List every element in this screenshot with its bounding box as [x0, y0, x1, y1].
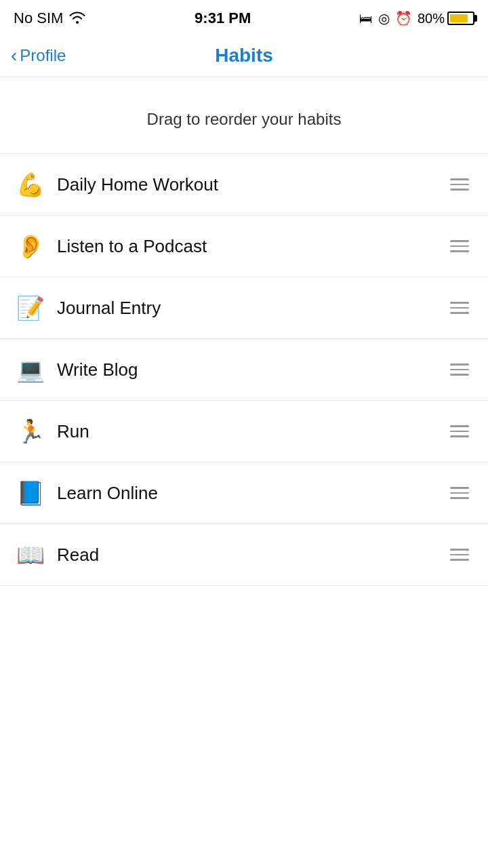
drag-line-2	[450, 554, 469, 556]
no-sim-label: No SIM	[14, 9, 63, 27]
habit-item[interactable]: 📘 Learn Online	[0, 462, 488, 524]
status-left: No SIM	[14, 9, 86, 27]
habit-left: 📘 Learn Online	[16, 481, 158, 505]
habit-name: Listen to a Podcast	[57, 236, 207, 257]
habit-item[interactable]: 📝 Journal Entry	[0, 277, 488, 339]
drag-line-3	[450, 559, 469, 561]
habit-item[interactable]: 🏃 Run	[0, 401, 488, 462]
habit-name: Journal Entry	[57, 298, 161, 319]
habit-item[interactable]: 👂 Listen to a Podcast	[0, 216, 488, 277]
battery-icon	[447, 12, 474, 25]
back-button[interactable]: ‹ Profile	[11, 46, 66, 65]
drag-line-3	[450, 497, 469, 499]
habit-left: 📖 Read	[16, 543, 99, 566]
habit-emoji: 💪	[16, 173, 45, 196]
chevron-left-icon: ‹	[11, 46, 17, 65]
drag-line-1	[450, 302, 469, 304]
habit-left: 📝 Journal Entry	[16, 296, 161, 319]
drag-line-1	[450, 549, 469, 551]
battery-percent: 80%	[418, 11, 445, 26]
drag-line-2	[450, 369, 469, 371]
status-bar: No SIM 9:31 PM 🛏 ◎ ⏰ 80%	[0, 0, 488, 34]
habit-emoji: 📘	[16, 481, 45, 505]
drag-line-1	[450, 178, 469, 180]
drag-handle[interactable]	[447, 422, 472, 440]
battery-fill	[450, 14, 468, 22]
battery-container: 80%	[418, 11, 474, 26]
drag-line-3	[450, 189, 469, 191]
drag-handle[interactable]	[447, 546, 472, 564]
habit-left: 👂 Listen to a Podcast	[16, 235, 207, 258]
drag-line-2	[450, 245, 469, 248]
drag-line-2	[450, 431, 469, 433]
habit-emoji: 💻	[16, 358, 45, 381]
habit-left: 💪 Daily Home Workout	[16, 173, 218, 196]
location-icon: ◎	[378, 10, 390, 26]
habit-name: Run	[57, 421, 89, 442]
habit-name: Read	[57, 545, 99, 566]
habit-item[interactable]: 💻 Write Blog	[0, 339, 488, 401]
instruction-text: Drag to reorder your habits	[0, 77, 488, 154]
drag-line-3	[450, 312, 469, 314]
drag-line-3	[450, 250, 469, 252]
habit-item[interactable]: 📖 Read	[0, 524, 488, 586]
habit-emoji: 📝	[16, 296, 45, 319]
habit-item[interactable]: 💪 Daily Home Workout	[0, 154, 488, 216]
habit-emoji: 📖	[16, 543, 45, 566]
habit-emoji: 👂	[16, 235, 45, 258]
habits-list: 💪 Daily Home Workout 👂 Listen to a Podca…	[0, 154, 488, 586]
drag-handle[interactable]	[447, 484, 472, 502]
back-label: Profile	[20, 46, 66, 65]
drag-line-2	[450, 307, 469, 309]
wifi-icon	[68, 10, 86, 27]
drag-line-1	[450, 240, 469, 242]
status-time: 9:31 PM	[195, 9, 251, 27]
drag-line-3	[450, 435, 469, 437]
status-right: 🛏 ◎ ⏰ 80%	[359, 10, 474, 26]
drag-line-1	[450, 363, 469, 366]
page-title: Habits	[215, 45, 273, 66]
drag-line-2	[450, 492, 469, 494]
drag-handle[interactable]	[447, 237, 472, 255]
habit-name: Learn Online	[57, 483, 158, 504]
drag-line-3	[450, 374, 469, 376]
drag-handle[interactable]	[447, 176, 472, 193]
habit-name: Write Blog	[57, 359, 138, 380]
drag-line-1	[450, 425, 469, 427]
habit-emoji: 🏃	[16, 420, 45, 443]
nav-bar: ‹ Profile Habits	[0, 34, 488, 77]
drag-handle[interactable]	[447, 361, 472, 378]
bed-icon: 🛏	[359, 11, 373, 26]
habit-left: 💻 Write Blog	[16, 358, 138, 381]
drag-line-2	[450, 184, 469, 186]
alarm-icon: ⏰	[395, 10, 412, 26]
drag-line-1	[450, 487, 469, 489]
habit-left: 🏃 Run	[16, 420, 89, 443]
drag-handle[interactable]	[447, 299, 472, 317]
habit-name: Daily Home Workout	[57, 174, 218, 195]
